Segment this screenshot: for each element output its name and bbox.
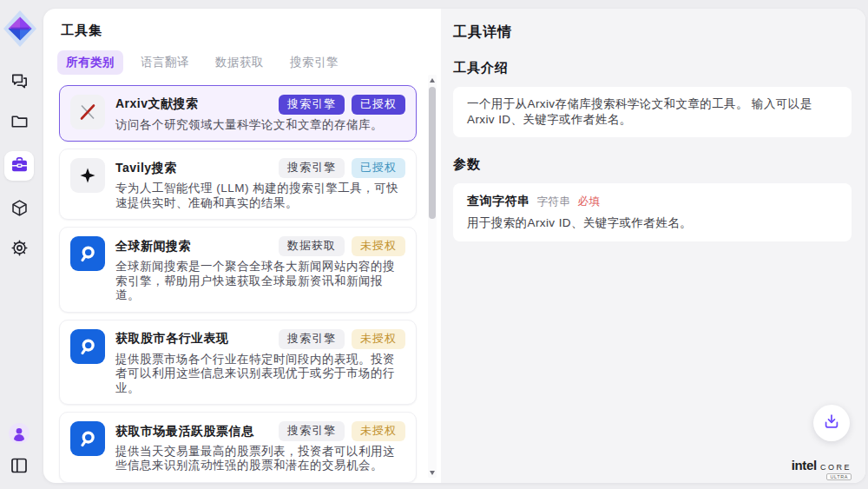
tool-body: 全球新闻搜索 数据获取 未授权 全球新闻搜索是一个聚合全球各大新闻网站内容的搜索… xyxy=(115,236,405,302)
tool-list-item[interactable]: Arxiv文献搜索 搜索引擎 已授权 访问各个研究领域大量科学论文和文章的存储库… xyxy=(59,85,417,142)
param-required-badge: 必填 xyxy=(578,195,601,209)
tool-list-item[interactable]: 获取市场最活跃股票信息 搜索引擎 未授权 提供当天交易量最高的股票列表，投资者可… xyxy=(59,412,417,483)
core-brand-text: core xyxy=(820,459,852,472)
tool-body: 获取股市各行业表现 搜索引擎 未授权 提供股票市场各个行业在特定时间段内的表现。… xyxy=(115,329,405,395)
tool-category-badge: 搜索引擎 xyxy=(279,95,345,115)
tool-details-panel: 工具详情 工具介绍 一个用于从Arxiv存储库搜索科学论文和文章的工具。 输入可… xyxy=(441,9,865,483)
cube-icon xyxy=(10,198,30,221)
tool-list-panel: 工具集 所有类别语言翻译数据获取搜索引擎 Arxiv文献搜索 搜索引擎 已授权 … xyxy=(43,9,441,483)
tool-list: Arxiv文献搜索 搜索引擎 已授权 访问各个研究领域大量科学论文和文章的存储库… xyxy=(57,83,441,483)
download-button[interactable] xyxy=(813,405,850,441)
sidebar-item-profile[interactable] xyxy=(8,424,30,446)
tool-description: 专为人工智能代理 (LLM) 构建的搜索引擎工具，可快速提供实时、准确和真实的结… xyxy=(115,182,402,210)
tool-name: 全球新闻搜索 xyxy=(115,239,272,254)
tool-name: Arxiv文献搜索 xyxy=(115,96,272,112)
tool-title-row: 获取市场最活跃股票信息 搜索引擎 未授权 xyxy=(115,421,405,441)
tab-language-translation[interactable]: 语言翻译 xyxy=(132,50,198,75)
tool-body: Tavily搜索 搜索引擎 已授权 专为人工智能代理 (LLM) 构建的搜索引擎… xyxy=(115,158,405,210)
triangle-up-icon xyxy=(430,78,435,83)
sidebar-item-settings[interactable] xyxy=(8,238,30,261)
tool-list-item[interactable]: Tavily搜索 搜索引擎 已授权 专为人工智能代理 (LLM) 构建的搜索引擎… xyxy=(59,149,417,220)
sidebar-item-toolbox[interactable] xyxy=(4,151,34,181)
diamond-logo-icon xyxy=(3,10,37,48)
four-point-star-icon xyxy=(70,158,105,193)
chat-icon xyxy=(10,71,30,95)
tool-auth-badge: 已授权 xyxy=(352,158,405,178)
tool-category-badge: 搜索引擎 xyxy=(279,421,345,441)
user-avatar-icon xyxy=(9,423,30,447)
sidebar-item-folder[interactable] xyxy=(8,111,30,134)
tool-description: 访问各个研究领域大量科学论文和文章的存储库。 xyxy=(115,118,402,133)
tool-name: Tavily搜索 xyxy=(115,161,272,176)
sidebar xyxy=(0,0,43,489)
tab-all-categories[interactable]: 所有类别 xyxy=(57,50,123,75)
details-title: 工具详情 xyxy=(453,23,852,42)
param-name: 查询字符串 xyxy=(467,194,530,209)
tool-name: 获取股市各行业表现 xyxy=(115,331,272,347)
tool-auth-badge: 未授权 xyxy=(352,421,405,441)
intel-brand-text: intel xyxy=(792,458,817,472)
tool-category-badge: 搜索引擎 xyxy=(279,158,345,178)
main-panel: 工具集 所有类别语言翻译数据获取搜索引擎 Arxiv文献搜索 搜索引擎 已授权 … xyxy=(43,9,865,483)
ultra-badge: ULTRA xyxy=(826,473,852,480)
collapse-panel-icon xyxy=(9,455,30,479)
tool-name: 获取市场最活跃股票信息 xyxy=(115,424,272,439)
folder-icon xyxy=(10,111,30,135)
tool-title-row: 获取股市各行业表现 搜索引擎 未授权 xyxy=(115,329,405,349)
sidebar-item-cube[interactable] xyxy=(8,198,30,221)
intel-core-logo: intel core ULTRA xyxy=(792,458,852,472)
tool-description: 全球新闻搜索是一个聚合全球各大新闻网站内容的搜索引擎，帮助用户快速获取全球最新资… xyxy=(115,260,402,303)
triangle-down-icon xyxy=(430,471,435,475)
param-row: 查询字符串 字符串 必填 xyxy=(467,194,838,209)
download-icon xyxy=(822,412,841,434)
q-logo-icon xyxy=(70,329,105,364)
param-type: 字符串 xyxy=(537,195,571,209)
scroll-up-button[interactable] xyxy=(428,75,437,85)
tool-body: 获取市场最活跃股票信息 搜索引擎 未授权 提供当天交易量最高的股票列表，投资者可… xyxy=(115,421,405,473)
tab-search-engine[interactable]: 搜索引擎 xyxy=(281,50,347,75)
param-description: 用于搜索的Arxiv ID、关键字或作者姓名。 xyxy=(467,215,838,231)
tab-data-fetch[interactable]: 数据获取 xyxy=(207,50,273,75)
q-logo-icon xyxy=(70,236,105,271)
list-scrollbar[interactable] xyxy=(428,75,437,478)
tool-list-item[interactable]: 获取股市各行业表现 搜索引擎 未授权 提供股票市场各个行业在特定时间段内的表现。… xyxy=(59,320,417,405)
tool-auth-badge: 未授权 xyxy=(352,329,405,349)
page-title: 工具集 xyxy=(61,23,441,39)
app-window: 工具集 所有类别语言翻译数据获取搜索引擎 Arxiv文献搜索 搜索引擎 已授权 … xyxy=(0,0,868,489)
scroll-down-button[interactable] xyxy=(428,467,437,478)
tool-description: 提供股票市场各个行业在特定时间段内的表现。投资者可以利用这些信息来识别表现优于或… xyxy=(115,353,402,396)
param-card: 查询字符串 字符串 必填 用于搜索的Arxiv ID、关键字或作者姓名。 xyxy=(453,183,852,241)
tool-description: 提供当天交易量最高的股票列表，投资者可以利用这些信息来识别流动性强的股票和潜在的… xyxy=(115,445,402,473)
category-tabs: 所有类别语言翻译数据获取搜索引擎 xyxy=(57,50,441,75)
tool-auth-badge: 已授权 xyxy=(352,95,405,115)
tool-list-item[interactable]: 全球新闻搜索 数据获取 未授权 全球新闻搜索是一个聚合全球各大新闻网站内容的搜索… xyxy=(59,227,417,312)
intro-heading: 工具介绍 xyxy=(453,60,852,76)
tool-title-row: Arxiv文献搜索 搜索引擎 已授权 xyxy=(115,95,405,115)
toolbox-icon xyxy=(10,155,30,178)
tool-category-badge: 数据获取 xyxy=(279,236,345,256)
sidebar-nav xyxy=(0,71,38,261)
tool-body: Arxiv文献搜索 搜索引擎 已授权 访问各个研究领域大量科学论文和文章的存储库… xyxy=(115,95,405,132)
gear-icon xyxy=(10,238,30,261)
q-logo-icon xyxy=(70,421,105,456)
tool-category-badge: 搜索引擎 xyxy=(279,329,345,349)
tool-title-row: Tavily搜索 搜索引擎 已授权 xyxy=(115,158,405,178)
tool-title-row: 全球新闻搜索 数据获取 未授权 xyxy=(115,236,405,256)
params-heading: 参数 xyxy=(453,156,852,173)
sidebar-item-chat[interactable] xyxy=(8,71,30,94)
arxiv-x-icon xyxy=(70,95,105,129)
sidebar-item-collapse[interactable] xyxy=(8,456,30,479)
scroll-thumb[interactable] xyxy=(429,87,436,219)
sidebar-bottom xyxy=(0,424,38,479)
intro-card: 一个用于从Arxiv存储库搜索科学论文和文章的工具。 输入可以是Arxiv ID… xyxy=(453,87,852,137)
tool-auth-badge: 未授权 xyxy=(352,236,405,256)
